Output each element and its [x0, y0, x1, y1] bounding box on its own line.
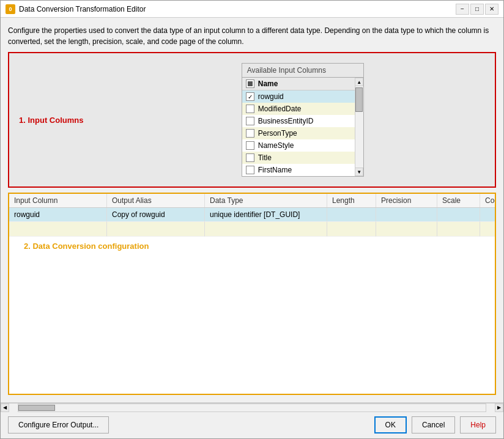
ok-button[interactable]: OK	[374, 416, 407, 433]
main-content: Configure the properties used to convert…	[1, 18, 503, 402]
main-window: 0 Data Conversion Transformation Editor …	[0, 0, 504, 439]
name-col-header: Name	[258, 79, 278, 88]
col-name-modifieddate: ModifiedDate	[258, 105, 302, 113]
columns-list[interactable]: Name ✓ rowguid ModifiedDate	[242, 78, 355, 176]
input-columns-label: 1. Input Columns	[19, 116, 83, 125]
description-text: Configure the properties used to convert…	[8, 25, 496, 47]
data-conversion-section: Input Column Output Alias Data Type Leng…	[8, 193, 496, 395]
list-item[interactable]: FirstName	[242, 164, 355, 176]
rowguid-checkbox[interactable]: ✓	[246, 92, 254, 101]
col-name-persontype: PersonType	[258, 129, 297, 138]
table-header: Input Column Output Alias Data Type Leng…	[9, 194, 495, 208]
cell-empty	[205, 222, 327, 237]
h-scrollbar-thumb[interactable]	[18, 405, 55, 411]
title-checkbox[interactable]	[246, 153, 254, 162]
window-title: Data Conversion Transformation Editor	[19, 5, 146, 13]
scroll-up-arrow[interactable]: ▲	[355, 78, 363, 86]
list-item[interactable]: ModifiedDate	[242, 103, 355, 115]
namestyle-checkbox[interactable]	[246, 141, 254, 150]
col-name-firstname: FirstName	[258, 166, 292, 174]
cell-precision[interactable]	[376, 208, 437, 222]
input-columns-section: 1. Input Columns Available Input Columns…	[8, 52, 496, 188]
cell-empty	[9, 222, 107, 237]
col-name-namestyle: NameStyle	[258, 141, 294, 150]
title-bar-controls: − □ ✕	[456, 4, 498, 15]
configure-error-output-button[interactable]: Configure Error Output...	[8, 416, 109, 433]
col-header-length: Length	[327, 194, 376, 207]
businessentityid-checkbox[interactable]	[246, 117, 254, 125]
firstname-checkbox[interactable]	[246, 166, 254, 174]
col-header-precision: Precision	[376, 194, 437, 207]
list-item[interactable]: ✓ rowguid	[242, 90, 355, 103]
minimize-button[interactable]: −	[456, 4, 469, 15]
cancel-button[interactable]: Cancel	[412, 416, 455, 433]
cell-empty	[437, 222, 480, 237]
cell-data-type[interactable]: unique identifier [DT_GUID]	[205, 208, 327, 222]
title-bar-left: 0 Data Conversion Transformation Editor	[6, 4, 146, 14]
available-columns-box: Available Input Columns Name	[242, 63, 364, 177]
table-row[interactable]	[9, 222, 495, 237]
col-name-title: Title	[258, 153, 272, 162]
col-name-businessentityid: BusinessEntityID	[258, 117, 314, 125]
col-header-scale: Scale	[437, 194, 480, 207]
list-item[interactable]: NameStyle	[242, 139, 355, 152]
cell-scale[interactable]	[437, 208, 480, 222]
help-button[interactable]: Help	[460, 416, 496, 433]
table-row[interactable]: rowguid Copy of rowguid unique identifie…	[9, 208, 495, 222]
cell-empty	[376, 222, 437, 237]
columns-wrapper: Available Input Columns Name	[120, 63, 485, 177]
cell-output-alias[interactable]: Copy of rowguid	[107, 208, 205, 222]
scroll-left-arrow[interactable]: ◀	[1, 404, 9, 412]
scroll-right-arrow[interactable]: ▶	[495, 404, 503, 412]
footer-left: Configure Error Output...	[8, 416, 109, 433]
columns-header-row: Name	[242, 78, 355, 90]
cell-code-page[interactable]	[480, 208, 495, 222]
cell-empty	[480, 222, 495, 237]
list-item[interactable]: BusinessEntityID	[242, 115, 355, 127]
cell-empty	[107, 222, 205, 237]
col-header-code-page: Code Page	[480, 194, 496, 207]
scrollbar-thumb[interactable]	[355, 87, 363, 112]
col-header-data-type: Data Type	[205, 194, 327, 207]
cell-empty	[327, 222, 376, 237]
maximize-button[interactable]: □	[470, 4, 484, 15]
footer-buttons: Configure Error Output... OK Cancel Help	[1, 411, 503, 438]
list-item[interactable]: Title	[242, 152, 355, 164]
col-header-input-column: Input Column	[9, 194, 107, 207]
data-conversion-label: 2. Data Conversion configuration	[17, 237, 156, 256]
svg-rect-0	[248, 81, 253, 86]
list-item[interactable]: PersonType	[242, 127, 355, 139]
cell-input-column: rowguid	[9, 208, 107, 222]
col-header-output-alias: Output Alias	[107, 194, 205, 207]
modifieddate-checkbox[interactable]	[246, 105, 254, 113]
available-columns-header: Available Input Columns	[242, 64, 363, 78]
scroll-down-arrow[interactable]: ▼	[355, 168, 363, 176]
footer-right: OK Cancel Help	[374, 416, 496, 433]
header-checkbox[interactable]	[246, 79, 254, 88]
persontype-checkbox[interactable]	[246, 129, 254, 138]
app-icon: 0	[6, 4, 15, 14]
cell-length[interactable]	[327, 208, 376, 222]
scrollbar-track[interactable]	[18, 404, 486, 412]
close-button[interactable]: ✕	[485, 4, 498, 15]
horizontal-scrollbar[interactable]: ◀ ▶	[1, 403, 503, 411]
table-body: rowguid Copy of rowguid unique identifie…	[9, 208, 495, 394]
title-bar: 0 Data Conversion Transformation Editor …	[1, 1, 503, 18]
vertical-scrollbar[interactable]: ▲ ▼	[355, 78, 363, 176]
section-label-2-container: 2. Data Conversion configuration	[9, 237, 495, 256]
col-name-rowguid: rowguid	[258, 92, 284, 101]
footer: ◀ ▶ Configure Error Output... OK Cancel …	[1, 402, 503, 438]
